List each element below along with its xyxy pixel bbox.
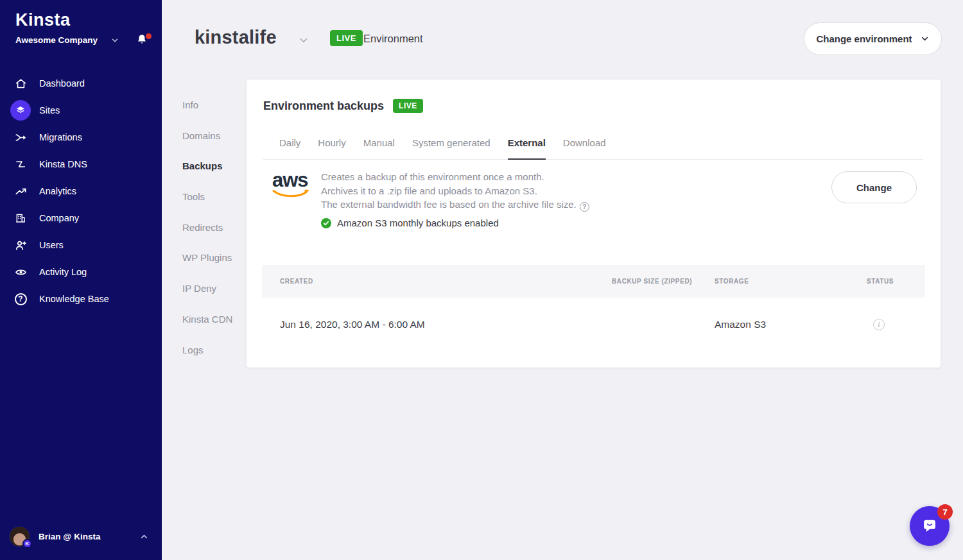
- kinsta-logo: Kinsta: [15, 10, 71, 30]
- tab-system-generated[interactable]: System generated: [412, 137, 490, 160]
- user-name: Brian @ Kinsta: [39, 532, 139, 541]
- sidebar-item-label: Analytics: [39, 186, 76, 196]
- subnav-item-ip-deny[interactable]: IP Deny: [182, 273, 232, 304]
- backups-table: CREATED BACKUP SIZE (ZIPPED) STORAGE STA…: [262, 265, 925, 352]
- change-environment-label: Change environment: [816, 33, 912, 44]
- company-name: Awesome Company: [15, 35, 98, 45]
- chevron-up-icon: [139, 532, 149, 541]
- aws-logo: aws: [272, 170, 309, 228]
- sidebar-item-dashboard[interactable]: Dashboard: [0, 70, 162, 97]
- tab-daily[interactable]: Daily: [279, 137, 300, 160]
- aws-description-line: Archives it to a .zip file and uploads t…: [321, 184, 589, 198]
- environment-backups-card: Environment backups LIVE Daily Hourly Ma…: [247, 80, 941, 368]
- avatar: K: [9, 526, 30, 547]
- tab-manual[interactable]: Manual: [363, 137, 395, 160]
- subnav-item-backups[interactable]: Backups: [182, 151, 232, 182]
- cell-storage: Amazon S3: [715, 319, 867, 330]
- home-icon: [10, 73, 31, 94]
- building-icon: [10, 208, 31, 228]
- column-header-backup-size: BACKUP SIZE (ZIPPED): [612, 278, 715, 285]
- environment-label: Environment: [363, 33, 423, 45]
- sidebar-item-label: Kinsta DNS: [39, 159, 87, 169]
- aws-description-line: Creates a backup of this environment onc…: [321, 170, 589, 184]
- sidebar-item-label: Dashboard: [39, 78, 85, 89]
- chevron-down-icon: [920, 34, 930, 44]
- info-icon[interactable]: i: [873, 319, 885, 330]
- aws-backup-section: aws Creates a backup of this environment…: [272, 170, 589, 228]
- dns-icon: [10, 154, 31, 174]
- notification-dot: [146, 33, 152, 39]
- live-badge: LIVE: [393, 99, 423, 113]
- subnav-item-kinsta-cdn[interactable]: Kinsta CDN: [182, 304, 232, 335]
- subnav-item-logs[interactable]: Logs: [182, 335, 232, 366]
- column-header-storage: STORAGE: [715, 278, 867, 285]
- sidebar-item-sites[interactable]: Sites: [0, 97, 162, 124]
- cell-status: i: [867, 319, 925, 330]
- sidebar-item-activity-log[interactable]: Activity Log: [0, 259, 162, 285]
- subnav-item-redirects[interactable]: Redirects: [182, 212, 232, 243]
- backups-tabs: Daily Hourly Manual System generated Ext…: [263, 137, 923, 160]
- subnav-item-domains[interactable]: Domains: [182, 121, 232, 151]
- question-glyph: ?: [18, 294, 22, 303]
- sidebar-item-label: Users: [39, 240, 64, 250]
- aws-description-line: The external bandwidth fee is based on t…: [321, 198, 589, 212]
- change-button-label: Change: [856, 182, 892, 193]
- column-header-status: STATUS: [867, 278, 925, 285]
- subnav-item-wp-plugins[interactable]: WP Plugins: [182, 242, 232, 273]
- subnav-item-tools[interactable]: Tools: [182, 182, 232, 212]
- card-title: Environment backups: [263, 99, 384, 113]
- user-menu[interactable]: K Brian @ Kinsta: [0, 520, 162, 552]
- sidebar-item-label: Sites: [39, 105, 60, 115]
- sidebar-item-kinsta-dns[interactable]: Kinsta DNS: [0, 151, 162, 178]
- sidebar: Kinsta Awesome Company Dashboard Sites: [0, 0, 162, 560]
- change-environment-button[interactable]: Change environment: [804, 22, 942, 55]
- sidebar-item-label: Migrations: [39, 132, 82, 142]
- tab-external[interactable]: External: [508, 137, 546, 160]
- subnav-item-info[interactable]: Info: [182, 90, 232, 121]
- tab-download[interactable]: Download: [563, 137, 606, 160]
- cell-created: Jun 16, 2020, 3:00 AM - 6:00 AM: [280, 319, 612, 330]
- site-subnav: Info Domains Backups Tools Redirects WP …: [182, 90, 232, 365]
- sidebar-item-label: Activity Log: [39, 267, 87, 277]
- backups-enabled-status: Amazon S3 monthly backups enabled: [337, 217, 499, 228]
- sidebar-item-label: Knowledge Base: [39, 294, 109, 304]
- change-button[interactable]: Change: [831, 171, 917, 203]
- aws-logo-text: aws: [272, 171, 309, 189]
- chat-unread-badge[interactable]: 7: [937, 504, 953, 520]
- sidebar-item-company[interactable]: Company: [0, 205, 162, 232]
- notifications-button[interactable]: [135, 32, 153, 50]
- sidebar-nav: Dashboard Sites Migrations Kinsta DNS An…: [0, 70, 162, 312]
- layers-icon: [10, 100, 31, 121]
- sidebar-item-users[interactable]: Users: [0, 232, 162, 259]
- company-switcher[interactable]: Awesome Company: [15, 32, 150, 49]
- site-switcher-chevron-icon[interactable]: [298, 35, 309, 46]
- table-header-row: CREATED BACKUP SIZE (ZIPPED) STORAGE STA…: [262, 265, 925, 298]
- column-header-created: CREATED: [280, 278, 612, 285]
- sidebar-item-knowledge-base[interactable]: ? Knowledge Base: [0, 285, 162, 312]
- sidebar-item-migrations[interactable]: Migrations: [0, 124, 162, 151]
- table-row: Jun 16, 2020, 3:00 AM - 6:00 AM Amazon S…: [262, 298, 925, 352]
- migrations-icon: [10, 127, 31, 148]
- check-circle-icon: [321, 218, 331, 228]
- sidebar-item-analytics[interactable]: Analytics: [0, 178, 162, 205]
- live-badge: LIVE: [330, 30, 363, 46]
- help-circle-icon: ?: [10, 289, 31, 309]
- sidebar-item-label: Company: [39, 213, 79, 223]
- chat-bubble-icon: [920, 516, 939, 536]
- user-plus-icon: [10, 235, 31, 255]
- site-name: kinstalife: [195, 27, 277, 48]
- help-icon[interactable]: ?: [580, 202, 589, 212]
- tab-hourly[interactable]: Hourly: [318, 137, 345, 160]
- eye-icon: [10, 262, 31, 282]
- kinsta-badge: K: [22, 539, 32, 548]
- trending-up-icon: [10, 181, 31, 201]
- chevron-down-icon: [110, 36, 119, 45]
